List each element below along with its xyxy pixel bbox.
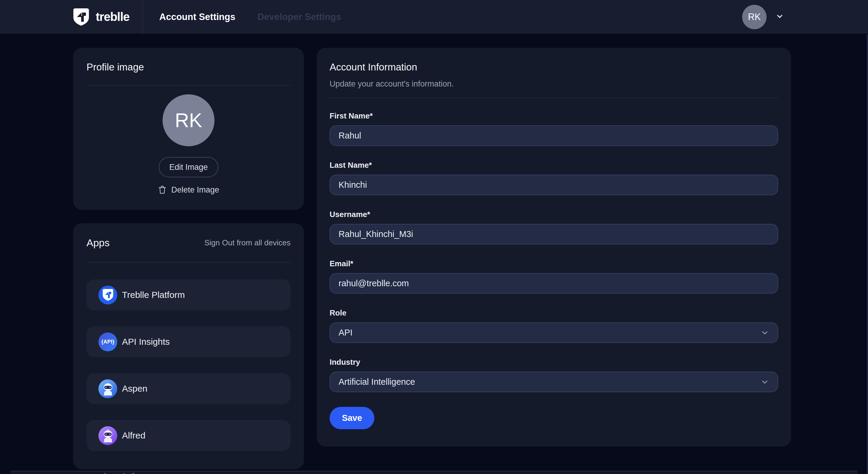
brand-wordmark: treblle bbox=[96, 10, 129, 24]
field-email: Email* bbox=[330, 259, 778, 294]
role-label: Role bbox=[330, 308, 778, 317]
api-insights-icon: {API} bbox=[98, 332, 117, 351]
last-name-label: Last Name* bbox=[330, 160, 778, 170]
field-first-name: First Name* bbox=[330, 111, 778, 146]
first-name-label: First Name* bbox=[330, 111, 778, 120]
app-name: Aspen bbox=[122, 384, 147, 394]
last-name-input[interactable] bbox=[330, 175, 778, 195]
field-username: Username* bbox=[330, 210, 778, 244]
apps-card-title: Apps bbox=[87, 237, 110, 249]
divider bbox=[330, 98, 778, 98]
alfred-robot-icon bbox=[98, 426, 117, 445]
api-badge-text: {API} bbox=[101, 339, 114, 345]
industry-selected-value: Artificial Intelligence bbox=[339, 377, 415, 387]
app-list: Treblle Platform {API} API Insights bbox=[87, 279, 290, 451]
field-industry: Industry Artificial Intelligence bbox=[330, 358, 778, 392]
app-item-treblle-platform[interactable]: Treblle Platform bbox=[87, 279, 290, 310]
app-name: API Insights bbox=[122, 337, 170, 347]
username-input[interactable] bbox=[330, 224, 778, 244]
account-card-title: Account Information bbox=[330, 61, 778, 73]
account-card-subtitle: Update your account's information. bbox=[330, 80, 778, 89]
treblle-logo-icon bbox=[72, 8, 90, 26]
role-selected-value: API bbox=[339, 328, 352, 337]
account-information-card: Account Information Update your account'… bbox=[317, 48, 791, 447]
divider bbox=[87, 85, 290, 86]
email-input[interactable] bbox=[330, 273, 778, 294]
delete-image-label: Delete Image bbox=[171, 185, 219, 195]
role-select[interactable]: API bbox=[330, 322, 778, 343]
chevron-down-icon bbox=[760, 328, 769, 337]
username-label: Username* bbox=[330, 210, 778, 219]
app-item-api-insights[interactable]: {API} API Insights bbox=[87, 326, 290, 357]
profile-card-title: Profile image bbox=[87, 61, 290, 73]
email-label: Email* bbox=[330, 259, 778, 268]
delete-image-button[interactable]: Delete Image bbox=[87, 185, 290, 195]
treblle-platform-icon bbox=[98, 286, 117, 304]
account-settings-page: treblle Account Settings Developer Setti… bbox=[0, 0, 868, 474]
sign-out-all-devices-link[interactable]: Sign Out from all devices bbox=[204, 238, 290, 247]
treblle-brand[interactable]: treblle bbox=[72, 8, 129, 26]
tab-account-settings[interactable]: Account Settings bbox=[159, 12, 235, 22]
product-platform-label: product platform bbox=[90, 472, 148, 474]
app-item-aspen[interactable]: Aspen bbox=[87, 373, 290, 404]
trash-icon bbox=[158, 185, 167, 195]
app-name: Alfred bbox=[122, 431, 145, 441]
field-last-name: Last Name* bbox=[330, 160, 778, 195]
industry-select[interactable]: Artificial Intelligence bbox=[330, 372, 778, 392]
save-button[interactable]: Save bbox=[330, 407, 374, 429]
navbar-divider bbox=[143, 0, 143, 34]
divider bbox=[87, 262, 290, 263]
account-form: First Name* Last Name* Username* Email* … bbox=[330, 111, 778, 429]
edit-image-button[interactable]: Edit Image bbox=[159, 157, 218, 177]
chevron-down-icon bbox=[760, 378, 769, 387]
avatar[interactable]: RK bbox=[742, 5, 767, 29]
app-name: Treblle Platform bbox=[122, 290, 185, 300]
app-item-alfred[interactable]: Alfred bbox=[87, 420, 290, 451]
first-name-input[interactable] bbox=[330, 125, 778, 146]
industry-label: Industry bbox=[330, 358, 778, 366]
page-scrollbar[interactable] bbox=[867, 34, 868, 474]
tab-developer-settings[interactable]: Developer Settings bbox=[257, 12, 341, 22]
profile-image-card: Profile image RK Edit Image Delete Image bbox=[73, 48, 304, 210]
aspen-robot-icon bbox=[98, 379, 117, 398]
user-menu[interactable]: RK bbox=[742, 5, 784, 29]
apps-card: Apps Sign Out from all devices Treblle P… bbox=[73, 223, 304, 469]
bottom-partial-strip: π product platform bbox=[10, 471, 858, 474]
top-navbar: treblle Account Settings Developer Setti… bbox=[0, 0, 868, 34]
field-role: Role API bbox=[330, 308, 778, 343]
profile-avatar: RK bbox=[162, 94, 214, 146]
chevron-down-icon[interactable] bbox=[776, 12, 784, 22]
product-platform-glyph-icon: π bbox=[78, 472, 84, 474]
